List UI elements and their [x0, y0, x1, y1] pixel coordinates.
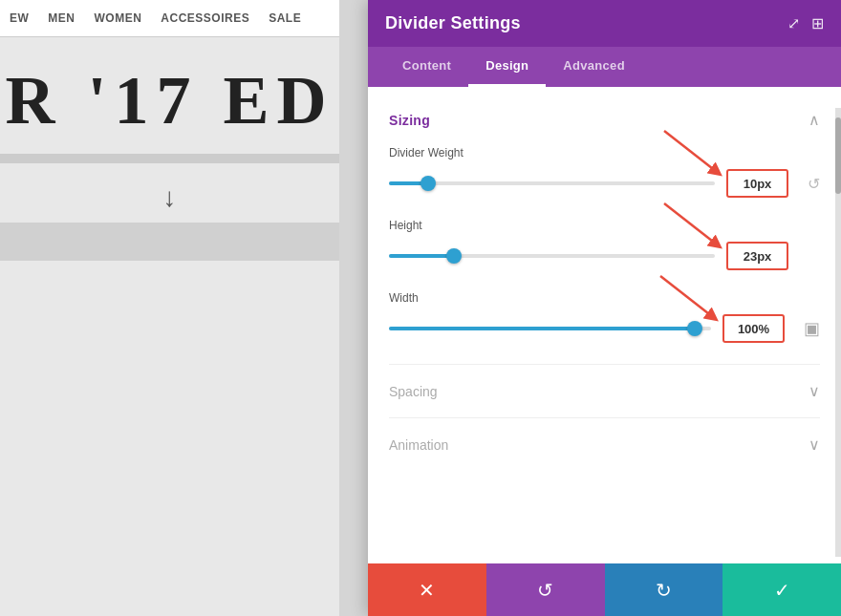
divider-weight-row: Divider Weight ↺	[389, 146, 820, 198]
hero-text: R '17 ED	[0, 37, 339, 144]
arrow-down-icon: ↓	[0, 173, 339, 223]
divider-weight-reset-icon[interactable]: ↺	[808, 175, 820, 193]
panel-header: Divider Settings ⤢ ⊞	[368, 0, 841, 47]
height-thumb[interactable]	[446, 248, 462, 264]
nav-item-ew[interactable]: EW	[10, 11, 29, 25]
undo-button[interactable]: ↺	[486, 563, 605, 616]
divider-weight-input-wrapper	[726, 169, 788, 198]
cancel-button[interactable]: ✕	[368, 563, 486, 616]
sizing-section-header: Sizing ∧	[389, 111, 820, 129]
save-button[interactable]: ✓	[722, 563, 841, 616]
width-thumb[interactable]	[687, 321, 702, 336]
sizing-title: Sizing	[389, 113, 430, 128]
height-label: Height	[389, 219, 820, 232]
height-input-wrapper	[726, 242, 788, 270]
divider-weight-track[interactable]	[389, 181, 715, 185]
spacing-toggle-icon[interactable]: ∨	[809, 382, 820, 400]
width-control: ▣	[389, 314, 820, 343]
animation-title: Animation	[389, 437, 448, 453]
height-input[interactable]	[726, 242, 788, 270]
width-fill	[389, 327, 695, 330]
height-row: Height ↺	[389, 219, 820, 270]
sizing-toggle-icon[interactable]: ∧	[809, 111, 820, 129]
animation-section: Animation ∨	[389, 417, 820, 471]
nav-item-men[interactable]: MEN	[48, 11, 75, 25]
tab-design[interactable]: Design	[468, 47, 546, 87]
divider-weight-label: Divider Weight	[389, 146, 820, 159]
spacing-title: Spacing	[389, 384, 438, 399]
expand-icon[interactable]: ⤢	[787, 14, 800, 32]
height-control: ↺	[389, 242, 820, 270]
divider-line	[0, 154, 339, 163]
nav-item-women[interactable]: WOMEN	[95, 11, 142, 25]
panel-body: Sizing ∧ Divider Weight ↺	[368, 87, 841, 563]
panel-title: Divider Settings	[385, 13, 521, 33]
width-track[interactable]	[389, 327, 711, 330]
background-page: EW MEN WOMEN ACCESSOIRES SALE R '17 ED ↓	[0, 0, 339, 616]
width-input-wrapper	[722, 314, 785, 343]
redo-button[interactable]: ↻	[605, 563, 723, 616]
tab-content[interactable]: Content	[385, 47, 468, 87]
panel-footer: ✕ ↺ ↻ ✓	[368, 563, 841, 616]
spacing-section: Spacing ∨	[389, 364, 820, 417]
width-input[interactable]	[722, 314, 785, 343]
nav-bar: EW MEN WOMEN ACCESSOIRES SALE	[0, 0, 339, 37]
divider-weight-input[interactable]	[726, 169, 788, 198]
divider-weight-thumb[interactable]	[420, 176, 436, 191]
nav-item-accessoires[interactable]: ACCESSOIRES	[161, 11, 249, 25]
panel-header-icons: ⤢ ⊞	[787, 14, 824, 32]
columns-icon[interactable]: ⊞	[811, 14, 824, 32]
width-row: Width ▣	[389, 291, 820, 343]
settings-panel: Divider Settings ⤢ ⊞ Content Design Adva…	[368, 0, 841, 616]
scrollbar-thumb[interactable]	[835, 117, 841, 194]
divider-weight-control: ↺	[389, 169, 820, 198]
panel-tabs: Content Design Advanced	[368, 47, 841, 87]
height-fill	[389, 254, 454, 258]
gray-bar	[0, 223, 339, 261]
height-track[interactable]	[389, 254, 715, 258]
width-responsive-icon[interactable]: ▣	[804, 318, 820, 339]
animation-toggle-icon[interactable]: ∨	[809, 435, 820, 454]
width-label: Width	[389, 291, 820, 305]
tab-advanced[interactable]: Advanced	[546, 47, 642, 87]
nav-item-sale[interactable]: SALE	[269, 11, 301, 25]
scrollbar-track[interactable]	[835, 108, 841, 557]
